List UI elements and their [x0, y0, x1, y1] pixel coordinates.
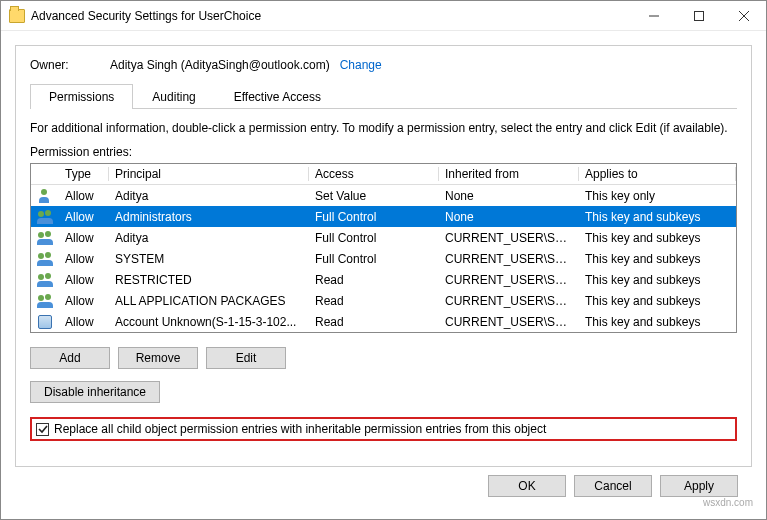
edit-button[interactable]: Edit [206, 347, 286, 369]
table-row[interactable]: AllowAccount Unknown(S-1-15-3-102...Read… [31, 311, 736, 332]
dialog-window: Advanced Security Settings for UserChoic… [0, 0, 767, 520]
table-header: Type Principal Access Inherited from App… [31, 164, 736, 185]
row-principal: ALL APPLICATION PACKAGES [109, 294, 309, 308]
table-buttons: Add Remove Edit [30, 347, 737, 369]
titlebar: Advanced Security Settings for UserChoic… [1, 1, 766, 31]
group-icon [37, 231, 53, 245]
row-icon [31, 210, 59, 224]
row-icon [31, 273, 59, 287]
window-title: Advanced Security Settings for UserChoic… [31, 9, 631, 23]
row-type: Allow [59, 252, 109, 266]
row-type: Allow [59, 210, 109, 224]
replace-children-checkbox[interactable] [36, 423, 49, 436]
row-inherited: CURRENT_USER\Soft... [439, 315, 579, 329]
row-type: Allow [59, 294, 109, 308]
row-icon [31, 189, 59, 203]
col-inherited[interactable]: Inherited from [439, 167, 579, 181]
info-text: For additional information, double-click… [30, 121, 737, 135]
row-access: Full Control [309, 252, 439, 266]
folder-icon [9, 9, 25, 23]
tabs: Permissions Auditing Effective Access [30, 84, 737, 109]
table-row[interactable]: AllowSYSTEMFull ControlCURRENT_USER\Soft… [31, 248, 736, 269]
owner-label: Owner: [30, 58, 110, 72]
inner-panel: Owner: Aditya Singh (AdityaSingh@outlook… [15, 45, 752, 467]
group-icon [37, 252, 53, 266]
change-owner-link[interactable]: Change [340, 58, 382, 72]
unknown-icon [38, 315, 52, 329]
row-access: Full Control [309, 210, 439, 224]
row-icon [31, 294, 59, 308]
user-icon [37, 189, 53, 203]
col-access[interactable]: Access [309, 167, 439, 181]
row-applies: This key and subkeys [579, 315, 736, 329]
footer-buttons: OK Cancel Apply [15, 467, 752, 505]
row-inherited: CURRENT_USER\Soft... [439, 294, 579, 308]
add-button[interactable]: Add [30, 347, 110, 369]
close-button[interactable] [721, 1, 766, 31]
row-principal: Account Unknown(S-1-15-3-102... [109, 315, 309, 329]
replace-children-row[interactable]: Replace all child object permission entr… [30, 417, 737, 441]
ok-button[interactable]: OK [488, 475, 566, 497]
row-applies: This key and subkeys [579, 252, 736, 266]
row-type: Allow [59, 231, 109, 245]
row-applies: This key and subkeys [579, 231, 736, 245]
col-type[interactable]: Type [59, 167, 109, 181]
tab-effective-access[interactable]: Effective Access [215, 84, 340, 109]
group-icon [37, 273, 53, 287]
minimize-button[interactable] [631, 1, 676, 31]
row-access: Read [309, 294, 439, 308]
row-inherited: CURRENT_USER\Soft... [439, 273, 579, 287]
row-inherited: None [439, 189, 579, 203]
col-principal[interactable]: Principal [109, 167, 309, 181]
table-row[interactable]: AllowAdityaSet ValueNoneThis key only [31, 185, 736, 206]
apply-button[interactable]: Apply [660, 475, 738, 497]
permission-table: Type Principal Access Inherited from App… [30, 163, 737, 333]
table-row[interactable]: AllowAdityaFull ControlCURRENT_USER\Soft… [31, 227, 736, 248]
row-type: Allow [59, 189, 109, 203]
table-row[interactable]: AllowRESTRICTEDReadCURRENT_USER\Soft...T… [31, 269, 736, 290]
row-icon [31, 231, 59, 245]
row-access: Full Control [309, 231, 439, 245]
row-access: Read [309, 315, 439, 329]
row-icon [31, 315, 59, 329]
replace-children-label: Replace all child object permission entr… [54, 422, 546, 436]
owner-name: Aditya Singh (AdityaSingh@outlook.com) [110, 58, 330, 72]
table-row[interactable]: AllowAdministratorsFull ControlNoneThis … [31, 206, 736, 227]
table-row[interactable]: AllowALL APPLICATION PACKAGESReadCURRENT… [31, 290, 736, 311]
row-principal: Aditya [109, 231, 309, 245]
group-icon [37, 294, 53, 308]
inheritance-buttons: Disable inheritance [30, 381, 737, 403]
table-body: AllowAdityaSet ValueNoneThis key onlyAll… [31, 185, 736, 332]
row-applies: This key and subkeys [579, 273, 736, 287]
row-applies: This key only [579, 189, 736, 203]
owner-row: Owner: Aditya Singh (AdityaSingh@outlook… [30, 58, 737, 72]
row-access: Read [309, 273, 439, 287]
row-principal: Aditya [109, 189, 309, 203]
tab-auditing[interactable]: Auditing [133, 84, 214, 109]
disable-inheritance-button[interactable]: Disable inheritance [30, 381, 160, 403]
remove-button[interactable]: Remove [118, 347, 198, 369]
row-type: Allow [59, 315, 109, 329]
maximize-button[interactable] [676, 1, 721, 31]
tab-permissions[interactable]: Permissions [30, 84, 133, 109]
svg-rect-1 [694, 11, 703, 20]
col-applies[interactable]: Applies to [579, 167, 736, 181]
content-area: Owner: Aditya Singh (AdityaSingh@outlook… [1, 31, 766, 519]
cancel-button[interactable]: Cancel [574, 475, 652, 497]
group-icon [37, 210, 53, 224]
row-icon [31, 252, 59, 266]
row-principal: SYSTEM [109, 252, 309, 266]
row-principal: RESTRICTED [109, 273, 309, 287]
row-applies: This key and subkeys [579, 210, 736, 224]
row-inherited: None [439, 210, 579, 224]
row-principal: Administrators [109, 210, 309, 224]
entries-label: Permission entries: [30, 145, 737, 159]
row-applies: This key and subkeys [579, 294, 736, 308]
row-access: Set Value [309, 189, 439, 203]
row-type: Allow [59, 273, 109, 287]
row-inherited: CURRENT_USER\Soft... [439, 231, 579, 245]
row-inherited: CURRENT_USER\Soft... [439, 252, 579, 266]
